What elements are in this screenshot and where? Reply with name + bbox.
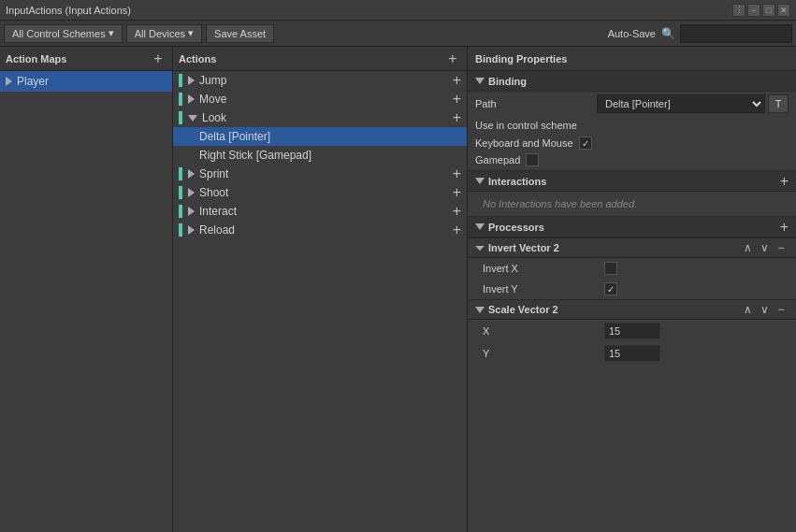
auto-save-label: Auto-Save: [608, 28, 656, 39]
scale-vector2-up-button[interactable]: ∧: [740, 302, 755, 317]
processors-label: Processors: [488, 222, 544, 233]
action-item-look[interactable]: Look +: [173, 108, 467, 127]
minimize-btn[interactable]: −: [747, 4, 760, 17]
invert-y-label: Invert Y: [483, 283, 604, 295]
interact-color-bar: [179, 205, 182, 218]
action-item-sprint[interactable]: Sprint +: [173, 165, 467, 183]
add-action-map-button[interactable]: +: [150, 50, 166, 67]
path-row: Path Delta [Pointer] T: [468, 92, 796, 116]
dots-menu-btn[interactable]: ⋮: [732, 4, 745, 17]
interactions-label: Interactions: [488, 176, 546, 187]
action-item-move[interactable]: Move +: [173, 90, 467, 108]
invert-vector2-header[interactable]: Invert Vector 2 ∧ ∨ −: [468, 237, 796, 258]
shoot-color-bar: [179, 186, 182, 199]
move-color-bar: [179, 93, 182, 106]
action-map-item-player[interactable]: Player: [0, 71, 172, 92]
toolbar: All Control Schemes ▾ All Devices ▾ Save…: [0, 21, 796, 47]
jump-add-icon[interactable]: +: [453, 72, 461, 89]
scale-y-label: Y: [483, 348, 604, 359]
use-in-scheme-label: Use in control scheme: [475, 120, 789, 131]
search-input[interactable]: [680, 24, 792, 43]
jump-color-bar: [179, 74, 182, 87]
action-item-jump[interactable]: Jump +: [173, 71, 467, 90]
action-reload-label: Reload: [199, 223, 235, 237]
action-jump-label: Jump: [199, 74, 226, 87]
keyboard-mouse-label: Keyboard and Mouse: [475, 137, 573, 149]
action-item-interact[interactable]: Interact +: [173, 202, 467, 221]
path-select[interactable]: Delta [Pointer]: [597, 94, 765, 113]
save-asset-button[interactable]: Save Asset: [206, 24, 274, 43]
devices-label: All Devices: [135, 28, 185, 39]
invert-x-checkbox[interactable]: [604, 262, 617, 275]
binding-panel: Binding Properties Binding Path Delta [P…: [468, 47, 796, 532]
action-item-reload[interactable]: Reload +: [173, 221, 467, 239]
interactions-arrow-icon: [475, 178, 485, 184]
scale-x-label: X: [483, 325, 604, 337]
action-interact-label: Interact: [199, 205, 237, 218]
binding-section-arrow-icon: [475, 78, 485, 84]
action-item-shoot[interactable]: Shoot +: [173, 183, 467, 202]
devices-arrow-icon: ▾: [188, 27, 194, 39]
jump-arrow-icon: [188, 76, 195, 85]
keyboard-mouse-checkbox[interactable]: [579, 137, 592, 150]
binding-properties-title: Binding Properties: [475, 53, 567, 65]
binding-section-header[interactable]: Binding: [468, 71, 796, 92]
title-bar-left: InputActions (Input Actions): [6, 5, 131, 16]
reload-color-bar: [179, 223, 182, 237]
delta-pointer-label: Delta [Pointer]: [199, 130, 270, 143]
no-interactions-row: No Interactions have been added.: [468, 192, 796, 216]
scale-x-input[interactable]: [604, 323, 660, 339]
add-interaction-button[interactable]: +: [780, 174, 789, 189]
scale-vector2-label: Scale Vector 2: [488, 304, 558, 315]
interactions-header[interactable]: Interactions +: [468, 171, 796, 192]
scale-vector2-remove-button[interactable]: −: [774, 302, 789, 317]
interact-arrow-icon: [188, 207, 195, 216]
action-maps-header: Action Maps +: [0, 47, 172, 71]
invert-vector2-down-button[interactable]: ∨: [757, 240, 772, 255]
t-button[interactable]: T: [768, 94, 789, 113]
add-processor-button[interactable]: +: [780, 220, 789, 235]
scale-vector2-down-button[interactable]: ∨: [757, 302, 772, 317]
scale-vector2-header[interactable]: Scale Vector 2 ∧ ∨ −: [468, 299, 796, 320]
reload-add-icon[interactable]: +: [453, 222, 461, 238]
processors-header[interactable]: Processors +: [468, 217, 796, 237]
look-add-icon[interactable]: +: [453, 109, 461, 126]
sprint-color-bar: [179, 167, 182, 180]
action-maps-title: Action Maps: [6, 53, 66, 65]
scale-x-row: X: [468, 320, 796, 342]
look-color-bar: [179, 111, 182, 124]
gamepad-label: Gamepad: [475, 154, 520, 165]
move-add-icon[interactable]: +: [453, 91, 461, 108]
toolbar-right: Auto-Save 🔍: [608, 24, 792, 43]
invert-vector2-label: Invert Vector 2: [488, 242, 559, 253]
actions-title: Actions: [179, 53, 216, 65]
devices-dropdown[interactable]: All Devices ▾: [126, 24, 202, 43]
invert-vector2-remove-button[interactable]: −: [774, 240, 789, 255]
reload-arrow-icon: [188, 225, 195, 235]
invert-y-checkbox[interactable]: [604, 282, 617, 295]
interact-add-icon[interactable]: +: [453, 203, 461, 220]
processors-arrow-icon: [475, 223, 485, 230]
scale-y-input[interactable]: [604, 345, 660, 362]
close-btn[interactable]: ✕: [777, 4, 790, 17]
control-schemes-label: All Control Schemes: [12, 28, 106, 39]
sprint-add-icon[interactable]: +: [453, 165, 461, 182]
player-arrow-icon: [6, 77, 12, 86]
invert-vector2-up-button[interactable]: ∧: [740, 240, 755, 255]
main-content: Action Maps + Player Actions + Jump + Mo…: [0, 47, 796, 532]
gamepad-row: Gamepad: [475, 151, 789, 168]
action-maps-panel: Action Maps + Player: [0, 47, 173, 532]
action-item-right-stick[interactable]: Right Stick [Gamepad]: [173, 146, 467, 165]
scale-vector2-arrow-icon: [475, 307, 485, 313]
maximize-btn[interactable]: □: [762, 4, 775, 17]
gamepad-checkbox[interactable]: [526, 153, 539, 166]
action-item-delta-pointer[interactable]: Delta [Pointer]: [173, 127, 467, 146]
shoot-add-icon[interactable]: +: [453, 184, 461, 201]
control-schemes-arrow-icon: ▾: [109, 27, 114, 39]
right-stick-label: Right Stick [Gamepad]: [199, 149, 311, 162]
invert-x-label: Invert X: [483, 263, 604, 274]
action-look-label: Look: [202, 111, 226, 124]
control-schemes-dropdown[interactable]: All Control Schemes ▾: [4, 24, 123, 43]
processors-section: Processors + Invert Vector 2 ∧ ∨ − Inver…: [468, 216, 796, 365]
add-action-button[interactable]: +: [444, 50, 461, 67]
